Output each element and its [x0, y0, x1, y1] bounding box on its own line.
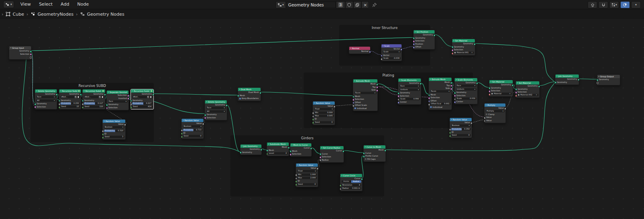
output-socket[interactable] [376, 83, 379, 86]
output-socket[interactable] [538, 85, 540, 88]
node-header[interactable]: ▾Delete Geometry [205, 100, 227, 103]
node-scale-elem-2[interactable]: ▾Scale ElementsGeometryFace▾Uniform▾Geom… [454, 78, 478, 104]
node-rec-subd-3[interactable]: ▾Recursive SubdGeometry▾ Nod...6Geometry… [130, 89, 154, 110]
collapse-icon[interactable]: ▾ [268, 143, 269, 146]
value-slider-radius[interactable]: Radius0.001 m [342, 187, 361, 190]
collapse-icon[interactable]: ▾ [206, 100, 207, 103]
output-socket[interactable] [259, 92, 262, 94]
value-slider-scale[interactable]: Scale-0.030 [383, 57, 401, 60]
input-socket[interactable] [181, 136, 183, 138]
new-copy-button[interactable] [353, 1, 361, 8]
dropdown-uniform[interactable]: Uniform▾ [400, 89, 420, 91]
collapse-icon[interactable]: ▾ [350, 47, 351, 50]
input-socket[interactable] [266, 153, 269, 155]
collapse-icon[interactable]: ▾ [354, 79, 355, 83]
output-socket[interactable] [56, 93, 58, 96]
node-rand-val-4[interactable]: ▾Random ValueValueBoolean▾Probability0.3… [449, 118, 472, 138]
input-socket[interactable] [428, 103, 431, 106]
collapse-icon[interactable]: ▾ [292, 143, 292, 147]
node-group-output[interactable]: ▾Group OutputGeometry [597, 74, 620, 85]
dropdown-boolean[interactable]: Boolean▾ [183, 125, 203, 128]
node-header[interactable]: ▾Random Value [296, 163, 318, 167]
output-socket[interactable] [433, 34, 436, 37]
value-slider-probability[interactable]: Probability0.733 [183, 129, 203, 131]
node-header[interactable]: ▾Normal [349, 47, 370, 50]
input-socket[interactable] [449, 135, 451, 137]
input-socket[interactable] [454, 101, 456, 103]
collapse-icon[interactable]: ▾ [314, 101, 315, 105]
dropdown-boolean[interactable]: Boolean▾ [104, 126, 124, 128]
snap-toggle-button[interactable] [598, 1, 608, 8]
output-socket[interactable] [511, 84, 514, 87]
output-socket[interactable] [420, 83, 422, 85]
dropdown-all[interactable]: All▾ [36, 99, 56, 102]
input-socket[interactable] [130, 106, 133, 109]
collapse-icon[interactable]: ▾ [321, 146, 322, 149]
node-curve-to-mesh[interactable]: ▾Curve to MeshMeshCurveProfile CurveFill… [363, 145, 386, 162]
node-set-mat-inner[interactable]: ▾Set MaterialGeometryGeometrySelectionMa… [452, 39, 475, 56]
collapse-icon[interactable]: ▾ [451, 118, 452, 121]
checkbox-individual[interactable]: ✓ [354, 107, 356, 109]
input-socket[interactable] [102, 133, 104, 136]
close-icon[interactable]: × [471, 52, 473, 54]
input-socket[interactable] [312, 112, 315, 114]
output-socket[interactable] [369, 51, 371, 53]
expand-icon[interactable]: › [2, 12, 3, 17]
value-slider-min[interactable]: Min0.000 [314, 112, 334, 114]
value-slider-probability[interactable]: Probability0.217 [132, 102, 153, 105]
collapse-icon[interactable]: ▾ [383, 44, 383, 48]
output-socket[interactable] [504, 107, 507, 110]
node-rand-val-2[interactable]: ▾Random ValueValueBoolean▾Probability0.7… [181, 118, 204, 139]
collapse-icon[interactable]: ▾ [456, 78, 457, 81]
segment-points[interactable]: Points [342, 180, 352, 183]
output-socket[interactable] [310, 147, 313, 150]
dropdown-all[interactable]: All▾ [206, 110, 226, 113]
collapse-icon[interactable]: ▾ [242, 145, 242, 148]
input-socket[interactable] [454, 92, 456, 94]
collapse-icon[interactable]: ▾ [108, 91, 109, 94]
node-group-selector[interactable]: ▾ Nod...6 [60, 96, 80, 98]
input-socket[interactable] [82, 103, 84, 105]
collapse-icon[interactable]: ▾ [36, 89, 37, 93]
breadcrumb-modifier[interactable]: GeometryNodes [31, 12, 73, 17]
node-header[interactable]: ▾Separate Geometry [107, 91, 128, 94]
node-header[interactable]: ▾Curve to Mesh [364, 145, 385, 149]
node-header[interactable]: ▾Recursive Subd [131, 89, 153, 93]
snap-target-dropdown[interactable]: ▾ [609, 1, 619, 8]
value-slider-min[interactable]: Min1.000 [297, 174, 317, 176]
collapse-icon[interactable]: ▾ [10, 46, 11, 50]
input-socket[interactable] [295, 180, 298, 183]
node-header[interactable]: ▾Recursive Subd [59, 89, 81, 93]
node-header[interactable]: ▾Set Material [489, 80, 513, 83]
collapse-icon[interactable]: ▾ [557, 74, 557, 78]
output-socket[interactable] [317, 167, 319, 170]
input-socket[interactable] [515, 91, 518, 94]
node-header[interactable]: ▾Mesh to Curve [290, 143, 311, 147]
node-rec-subd-2[interactable]: ▾Recursive SubdGeometry▾ Nod...6Geometry… [82, 89, 106, 110]
node-header[interactable]: ▾Set Material [516, 81, 539, 85]
node-join-geo-1[interactable]: ▾Join GeometryGeometryGeometry [240, 144, 262, 155]
collapse-icon[interactable]: ▾ [132, 89, 133, 93]
input-socket[interactable] [449, 132, 451, 134]
dropdown-scale[interactable]: Scale▾ [383, 51, 401, 53]
dropdown-face[interactable]: Face▾ [108, 100, 128, 103]
input-socket[interactable] [398, 101, 400, 104]
output-socket[interactable] [80, 93, 82, 96]
dropdown-float[interactable]: Float▾ [314, 108, 334, 110]
output-socket[interactable] [361, 178, 363, 180]
node-join-geo-2[interactable]: ▾Join GeometryGeometryGeometry [555, 74, 579, 85]
value-slider-offset-scal[interactable]: Offset Scal0.001 [430, 103, 451, 105]
output-socket[interactable] [474, 43, 476, 45]
dropdown-face[interactable]: Face▾ [456, 85, 476, 87]
node-subdiv-mesh[interactable]: ▾Subdivide MeshMeshMeshLevel2 [267, 142, 289, 156]
output-socket[interactable] [288, 147, 290, 149]
node-scale-vec[interactable]: ▾ScaleVectorScale▾VectorScale-0.030 [381, 44, 402, 61]
node-header[interactable]: ▾Recursive Subd [83, 89, 105, 93]
overlays-toggle-button[interactable] [620, 1, 630, 8]
material-field[interactable]: Material.002× [517, 94, 538, 96]
value-slider-resolution[interactable]: Resolution4 [342, 184, 361, 186]
menu-select[interactable]: Select [35, 0, 57, 9]
output-socket[interactable] [342, 150, 345, 153]
output-socket[interactable] [384, 149, 387, 152]
dropdown-face[interactable]: Face▾ [400, 85, 420, 87]
